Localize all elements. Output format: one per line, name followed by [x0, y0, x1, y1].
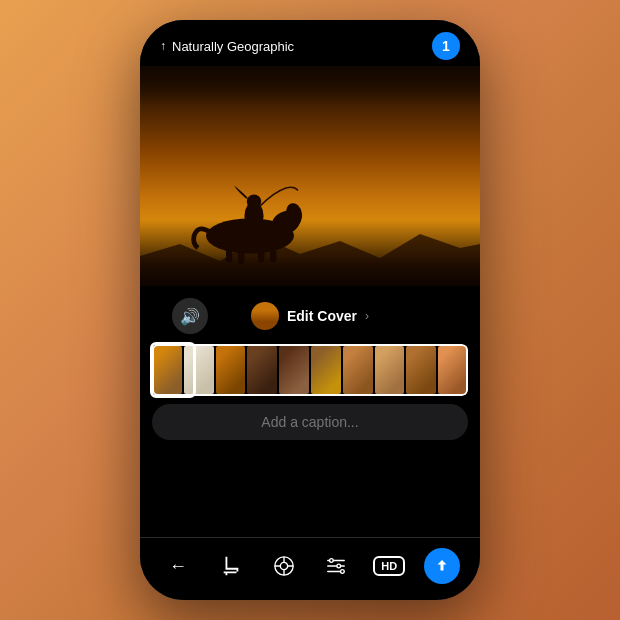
edit-cover-button[interactable]: Edit Cover ›: [239, 296, 381, 336]
phone-frame: ↑ Naturally Geographic 1: [140, 20, 480, 600]
film-frame[interactable]: [311, 346, 341, 394]
back-icon: ←: [169, 556, 187, 577]
upload-label: ↑ Naturally Geographic: [160, 39, 294, 54]
speaker-icon: 🔊: [180, 307, 200, 326]
svg-point-10: [280, 562, 287, 569]
film-frame[interactable]: [247, 346, 277, 394]
filter-icon: [273, 555, 295, 577]
film-frame[interactable]: [438, 346, 468, 394]
notification-badge: 1: [432, 32, 460, 60]
video-preview: [140, 66, 480, 286]
film-frame[interactable]: [184, 346, 214, 394]
status-bar: ↑ Naturally Geographic 1: [140, 20, 480, 66]
svg-point-8: [247, 194, 261, 208]
video-gradient-bottom: [140, 256, 480, 286]
filter-button[interactable]: [266, 548, 302, 584]
bottom-toolbar: ← HD: [140, 537, 480, 600]
film-frame[interactable]: [152, 346, 182, 394]
film-frame[interactable]: [216, 346, 246, 394]
film-frame[interactable]: [343, 346, 373, 394]
crop-button[interactable]: [213, 548, 249, 584]
app-title: Naturally Geographic: [172, 39, 294, 54]
crop-icon: [220, 555, 242, 577]
back-button[interactable]: ←: [160, 548, 196, 584]
adjust-button[interactable]: [318, 548, 354, 584]
filmstrip[interactable]: [152, 344, 468, 396]
caption-input[interactable]: [152, 404, 468, 440]
upload-icon: [433, 557, 451, 575]
film-frame[interactable]: [406, 346, 436, 394]
cover-thumbnail: [251, 302, 279, 330]
filmstrip-container: [152, 344, 468, 396]
upload-arrow-icon: ↑: [160, 39, 166, 53]
controls-area: 🔊 Edit Cover ›: [140, 286, 480, 537]
film-frame[interactable]: [375, 346, 405, 394]
video-gradient-top: [140, 66, 480, 106]
hd-button[interactable]: HD: [371, 548, 407, 584]
adjust-icon: [325, 555, 347, 577]
edit-row-wrapper: 🔊 Edit Cover ›: [152, 296, 468, 336]
edit-cover-label: Edit Cover: [287, 308, 357, 324]
upload-button[interactable]: [424, 548, 460, 584]
hd-label: HD: [373, 556, 405, 576]
mute-button[interactable]: 🔊: [172, 298, 208, 334]
chevron-right-icon: ›: [365, 309, 369, 323]
cover-thumb-image: [251, 302, 279, 330]
film-frame[interactable]: [279, 346, 309, 394]
